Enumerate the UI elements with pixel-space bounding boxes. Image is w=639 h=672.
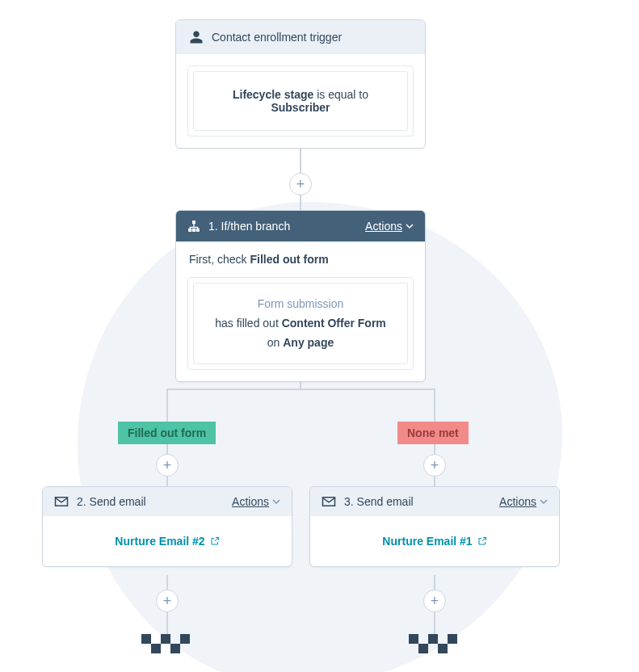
branch-no-chip: None met [397,422,469,444]
svg-rect-15 [448,634,457,644]
add-step-button[interactable]: + [423,590,446,612]
svg-rect-12 [170,644,180,653]
trigger-rule-value: Subscriber [271,101,330,114]
finish-flag-icon [141,634,193,660]
email-actions-label: Actions [232,495,269,508]
caret-down-icon [540,498,548,506]
branch-header: 1. If/then branch Actions [176,211,425,242]
envelope-icon [322,496,336,507]
add-step-button[interactable]: + [423,454,446,477]
email-link-text: Nurture Email #2 [115,535,204,548]
branch-rule-line2-pre: has filled out [215,317,279,330]
email-header-text: 2. Send email [77,495,146,508]
add-step-button[interactable]: + [156,454,179,477]
svg-rect-17 [438,644,448,653]
email-header-text: 3. Send email [344,495,414,508]
svg-rect-8 [141,634,151,644]
svg-rect-7 [196,229,199,231]
branch-actions-menu[interactable]: Actions [365,220,414,233]
trigger-rule-field: Lifecycle stage [233,88,313,101]
branch-subhead-bold: Filled out form [250,253,328,266]
external-link-icon [210,536,220,546]
email-header: 3. Send email Actions [310,487,559,516]
email-actions-menu[interactable]: Actions [232,495,280,508]
trigger-title: Contact enrollment trigger [212,31,342,44]
svg-rect-5 [188,229,191,231]
svg-rect-10 [180,634,190,644]
branch-rule-line3-bold: Any page [283,336,334,349]
caret-down-icon [406,222,414,230]
contact-icon [189,30,204,44]
svg-rect-9 [161,634,170,644]
branch-title: 1. If/then branch [208,220,290,233]
branch-subhead: First, check Filled out form [176,242,425,266]
send-email-card-left[interactable]: 2. Send email Actions Nurture Email #2 [42,486,292,567]
branch-yes-chip: Filled out form [118,422,216,444]
email-link[interactable]: Nurture Email #1 [382,535,486,548]
add-step-button[interactable]: + [289,173,312,195]
branch-rule[interactable]: Form submission has filled out Content O… [193,283,408,364]
branch-rule-line2-bold: Content Offer Form [282,317,386,330]
branch-rule-line3-pre: on [267,336,280,349]
finish-flag-icon [409,634,460,660]
email-link-text: Nurture Email #1 [382,535,472,548]
add-step-button[interactable]: + [156,590,179,612]
trigger-rule-op: is equal to [317,88,368,101]
svg-rect-4 [192,220,195,223]
email-header: 2. Send email Actions [43,487,292,516]
caret-down-icon [272,498,280,506]
svg-rect-13 [409,634,418,644]
branch-rule-line1: Form submission [202,295,399,314]
enrollment-trigger-card[interactable]: Contact enrollment trigger Lifecycle sta… [175,19,426,149]
email-actions-menu[interactable]: Actions [499,495,548,508]
svg-rect-11 [151,644,161,653]
branch-actions-label: Actions [365,220,402,233]
branch-subhead-prefix: First, check [189,253,247,266]
external-link-icon [477,536,487,546]
trigger-header: Contact enrollment trigger [176,20,425,54]
send-email-card-right[interactable]: 3. Send email Actions Nurture Email #1 [309,486,560,567]
svg-rect-6 [192,229,195,231]
svg-rect-14 [428,634,438,644]
svg-rect-16 [418,644,428,653]
trigger-rule[interactable]: Lifecycle stage is equal to Subscriber [193,71,408,131]
envelope-icon [54,496,69,507]
sitemap-icon [187,220,200,233]
email-actions-label: Actions [499,495,536,508]
email-link[interactable]: Nurture Email #2 [115,535,219,548]
if-then-branch-card[interactable]: 1. If/then branch Actions First, check F… [175,210,426,382]
